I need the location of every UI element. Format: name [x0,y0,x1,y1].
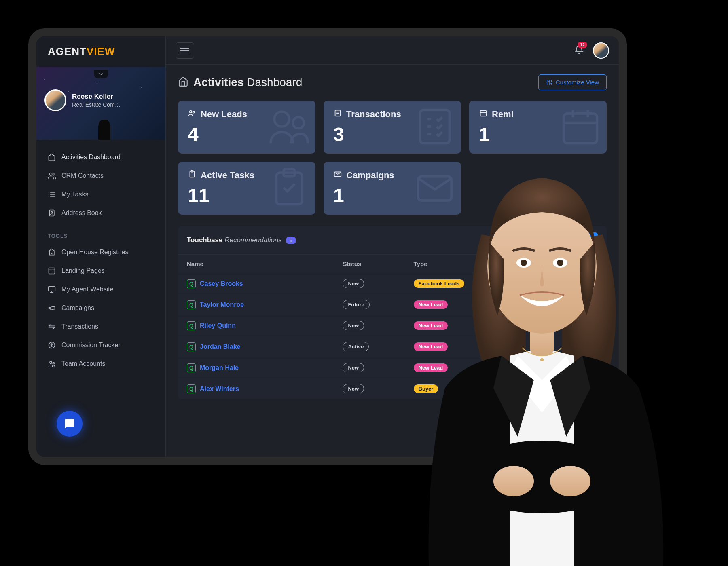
notifications-button[interactable]: 12 [574,45,584,56]
table-row[interactable]: Q Morgan Hale New New Lead [178,357,607,378]
checklist-bg-icon [413,104,457,150]
people-bg-icon [267,104,311,150]
svg-point-30 [293,117,304,128]
svg-rect-12 [49,287,55,291]
status-badge: New [343,321,364,330]
type-badge: Facebook Leads [414,279,465,288]
tablet-frame: AGENTVIEW Reese Keller Real Estate Com… … [28,28,627,465]
sidebar: AGENTVIEW Reese Keller Real Estate Com… … [36,36,166,457]
col-type: Type [414,260,527,267]
svg-rect-10 [49,268,55,274]
sidebar-item-campaigns[interactable]: Campaigns [36,299,165,317]
profile-info: Reese Keller Real Estate Com… [44,89,121,111]
profile-avatar[interactable] [44,89,66,111]
svg-rect-48 [582,238,588,243]
col-contact: Contact [527,260,598,267]
people-icon [188,109,197,120]
clipboard-bg-icon [267,165,311,211]
chevron-down-icon [98,71,104,77]
svg-rect-34 [420,110,449,143]
touchbase-title: Touchbase Recommendations 6 [187,236,296,244]
user-menu-avatar[interactable] [593,42,609,59]
page-title: Activities Dashboard [178,76,302,89]
chat-fab[interactable] [57,411,83,437]
profile-card[interactable]: Reese Keller Real Estate Com… [36,67,165,140]
table-row[interactable]: Q Jordan Blake Active New Lead [178,336,607,357]
stat-card-campaigns[interactable]: Campaigns 1 [324,162,461,215]
brand-part1: AGENT [48,45,87,57]
content: Activities Dashboard Customize View New … [166,65,619,457]
svg-point-8 [51,212,52,213]
lead-name-link[interactable]: Jordan Blake [200,343,240,351]
checklist-icon [333,109,342,120]
video-icon [582,236,590,245]
sidebar-item-label: My Agent Website [61,286,114,293]
mail-icon [333,170,342,181]
queue-icon: Q [187,342,196,351]
touchbase-panel: Touchbase Recommendations 6 Name Status … [178,226,607,399]
app-root: AGENTVIEW Reese Keller Real Estate Com… … [36,36,619,457]
type-badge: New Lead [414,342,448,351]
lead-name-link[interactable]: Taylor Monroe [200,301,244,308]
sidebar-item-activities-dashboard[interactable]: Activities Dashboard [36,148,165,167]
brand-part2: VIEW [87,45,115,57]
stat-card-active-tasks[interactable]: Active Tasks 11 [178,162,315,215]
svg-point-9 [51,253,52,254]
queue-icon: Q [187,363,196,372]
lead-name-link[interactable]: Casey Brooks [200,280,243,287]
exchange-icon [48,323,56,331]
profile-name: Reese Keller [72,93,121,101]
touchbase-table-header: Name Status Type Contact [178,255,607,273]
status-badge: New [343,279,364,288]
users-icon [48,172,56,180]
table-row[interactable]: Q Casey Brooks New Facebook Leads 1 day [178,273,607,294]
svg-point-0 [49,173,52,176]
monitor-icon [48,285,56,294]
page-header: Activities Dashboard Customize View [178,74,607,90]
table-row[interactable]: Q Alex Winters New Buyer [178,378,607,399]
customize-view-button[interactable]: Customize View [538,74,607,90]
sidebar-item-label: My Tasks [61,191,88,198]
nav-main-section: Activities DashboardCRM ContactsMy Tasks… [36,140,165,225]
stat-card-new-leads[interactable]: New Leads 4 [178,101,315,154]
menu-toggle-button[interactable] [176,42,194,59]
page-title-rest: Dashboard [244,76,303,89]
table-row[interactable]: Q Riley Quinn New New Lead 1 [178,315,607,336]
home-icon [178,76,188,89]
notification-badge: 12 [578,42,587,48]
team-icon [48,360,56,368]
sidebar-item-team-accounts[interactable]: Team Accounts [36,355,165,373]
profile-toggle[interactable] [94,70,108,78]
stat-card-remi[interactable]: Remi 1 [469,101,607,154]
table-row[interactable]: Q Taylor Monroe Future New Lead 1 day [178,294,607,315]
sidebar-item-address-book[interactable]: Address Book [36,204,165,222]
sidebar-item-my-agent-website[interactable]: My Agent Website [36,280,165,299]
stats-grid: New Leads 4 Transactions 3 Remi 1 Active… [178,101,607,215]
touchbase-header: Touchbase Recommendations 6 [178,226,607,255]
sidebar-item-landing-pages[interactable]: Landing Pages [36,262,165,280]
brand-logo: AGENTVIEW [36,36,165,67]
sidebar-item-transactions[interactable]: Transactions [36,317,165,336]
sliders-icon [546,79,552,86]
touchbase-count: 6 [286,237,296,244]
contact-value: 1 day [527,280,598,287]
lead-name-link[interactable]: Alex Winters [200,385,239,393]
status-badge: New [343,363,364,372]
customize-view-label: Customize View [556,79,599,86]
lead-name-link[interactable]: Morgan Hale [200,364,239,372]
col-status: Status [343,260,413,267]
svg-point-28 [193,111,195,113]
sidebar-item-open-house-registries[interactable]: Open House Registries [36,243,165,262]
sidebar-item-commission-tracker[interactable]: Commission Tracker [36,336,165,355]
sidebar-item-my-tasks[interactable]: My Tasks [36,185,165,204]
lead-name-link[interactable]: Riley Quinn [200,322,236,329]
topbar: 12 [166,36,619,65]
stat-card-transactions[interactable]: Transactions 3 [324,101,461,154]
video-button[interactable] [574,232,598,248]
touchbase-title-em: Recommendations [224,236,282,244]
svg-point-16 [50,361,52,363]
sidebar-item-crm-contacts[interactable]: CRM Contacts [36,167,165,185]
svg-rect-37 [564,113,597,143]
sidebar-item-label: Address Book [61,209,102,217]
type-badge: New Lead [414,321,448,330]
